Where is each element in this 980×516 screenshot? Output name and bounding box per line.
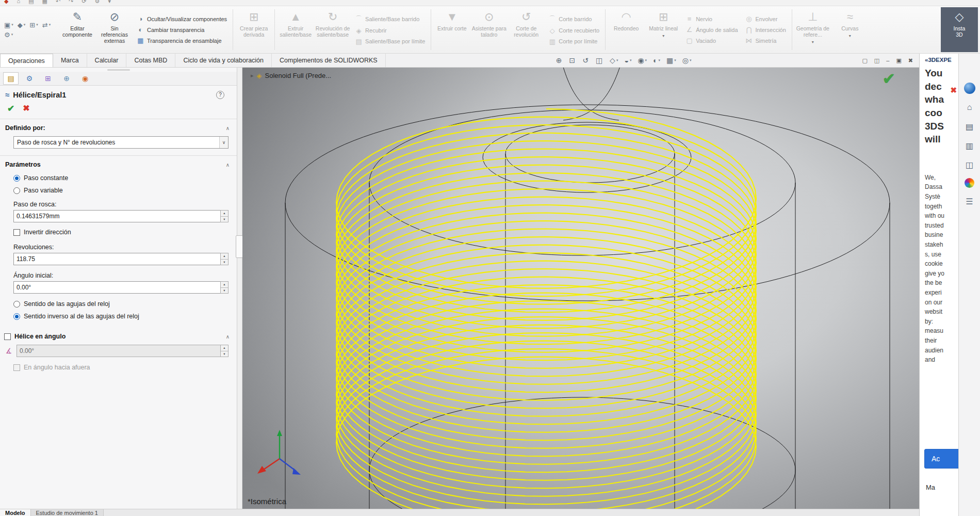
view-settings-icon[interactable]: ◎ ▾	[682, 56, 692, 64]
view-orientation-icon[interactable]: ◇ ▾	[610, 56, 618, 64]
print-icon[interactable]: ▦	[42, 0, 47, 5]
corte-de-revolucion-button[interactable]: ↺Corte de revolución	[508, 7, 545, 52]
tab-complementos-de-solidworks[interactable]: Complementos de SOLIDWORKS	[272, 54, 386, 67]
revolutions-spinner[interactable]: ▴▾	[220, 253, 228, 265]
manage-cookies-link[interactable]: Ma	[926, 483, 935, 491]
redo-icon[interactable]: ↷	[69, 0, 73, 5]
mate-icon[interactable]: ◆ ▾	[18, 21, 26, 29]
undo-icon[interactable]: ↶	[56, 0, 60, 5]
graphics-area[interactable]: ▸ ◈ Solenoid Full (Prede... ✔ *Isométric…	[242, 68, 919, 509]
start-angle-spinner[interactable]: ▴▾	[220, 281, 228, 294]
motion-study-tab[interactable]: Estudio de movimiento 1	[31, 509, 104, 516]
restore-document-icon[interactable]: ▣	[896, 57, 901, 64]
feature-tree-flyout[interactable]: ▸ ◈ Solenoid Full (Prede...	[251, 72, 331, 79]
model-tab[interactable]: Modelo	[0, 509, 31, 516]
cambiar-transparencia-button[interactable]: ◐Cambiar transparencia	[137, 26, 227, 34]
crear-pieza-derivada-button[interactable]: ⊞Crear pieza derivada	[235, 7, 272, 52]
accept-cookies-button[interactable]: Ac	[924, 449, 958, 469]
asistente-para-taladro-button[interactable]: ⊙Asistente para taladro	[470, 7, 508, 52]
tab-ciclo-de-vida-y-colaboracion[interactable]: Ciclo de vida y colaboración	[175, 54, 272, 67]
spin-up-icon[interactable]: ▴	[221, 253, 228, 260]
spin-down-icon[interactable]: ▾	[221, 351, 228, 357]
tab-operaciones[interactable]: Operaciones	[0, 54, 53, 67]
pane-previous-icon[interactable]: ▢	[862, 57, 867, 64]
tab-marca[interactable]: Marca	[53, 54, 87, 67]
vaciado-button[interactable]: ▢Vaciado	[685, 37, 738, 44]
angulo-de-salida-button[interactable]: ∠Ángulo de salida	[685, 26, 738, 34]
defined-by-header[interactable]: Definido por: ∧	[0, 119, 237, 135]
configurationmanager-tab-icon[interactable]: ⊞	[40, 72, 56, 85]
propertymanager-tab-icon[interactable]: ⚙	[22, 72, 37, 85]
parameters-header[interactable]: Parámetros ∧	[0, 156, 237, 172]
file-explorer-icon[interactable]: ▥	[964, 140, 975, 151]
nervio-button[interactable]: ≡Nervio	[685, 15, 738, 23]
corte-por-limite-button[interactable]: ▥Corte por límite	[548, 38, 599, 45]
start-angle-input[interactable]	[13, 281, 220, 294]
reverse-direction-checkbox[interactable]: Invertir dirección	[0, 225, 237, 239]
interseccion-button[interactable]: ⋂Intersección	[745, 26, 786, 34]
solidworks-resources-icon[interactable]: ⌂	[964, 102, 975, 113]
threedexperience-icon[interactable]	[964, 83, 975, 94]
spin-down-icon[interactable]: ▾	[221, 260, 228, 265]
apply-scene-icon[interactable]: ▦ ▾	[666, 56, 676, 64]
section-view-icon[interactable]: ◫	[596, 56, 603, 64]
zoom-to-fit-icon[interactable]: ⊕	[556, 56, 563, 64]
saliente-base-barrido-button[interactable]: ⌒Saliente/Base barrido	[355, 14, 425, 24]
ocultar-visualizar-componentes-button[interactable]: ◑Ocultar/Visualizar componentes	[137, 15, 227, 23]
tab-calcular[interactable]: Calcular	[87, 54, 127, 67]
settings-icon[interactable]: ⚙	[95, 0, 100, 5]
appearances-icon[interactable]	[965, 178, 974, 188]
hide-show-items-icon[interactable]: ◉ ▾	[638, 56, 647, 64]
app-logo-icon[interactable]: ◆	[4, 0, 8, 5]
ok-button[interactable]: ✔	[7, 103, 14, 114]
featuremanager-tab-icon[interactable]: ▤	[3, 72, 19, 85]
tab-cotas-mbd[interactable]: Cotas MBD	[126, 54, 175, 67]
pane-split-icon[interactable]: ◫	[874, 57, 879, 64]
spin-up-icon[interactable]: ▴	[221, 282, 228, 288]
confirm-corner-ok-icon[interactable]: ✔	[883, 70, 895, 88]
view-palette-icon[interactable]: ◫	[964, 159, 975, 170]
instant3d-button[interactable]: ◇Insta 3D	[941, 7, 978, 52]
design-library-icon[interactable]: ▤	[964, 121, 975, 132]
custom-properties-icon[interactable]: ☰	[964, 196, 975, 207]
defined-by-select[interactable]: Paso de rosca y N° de revoluciones ∨	[13, 136, 228, 149]
counterclockwise-radio[interactable]: Sentido inverso al de las agujas del rel…	[0, 310, 237, 322]
redondeo-button[interactable]: ◠Redondeo	[608, 7, 645, 52]
caret-icon[interactable]: ▾	[108, 0, 111, 5]
envolver-button[interactable]: ◎Envolver	[745, 15, 786, 23]
rebuild-icon[interactable]: ⟳	[81, 0, 86, 5]
constant-pitch-radio[interactable]: Paso constante	[0, 172, 237, 184]
move-component-icon[interactable]: ⇄ ▾	[42, 21, 51, 29]
pitch-input[interactable]	[13, 210, 220, 222]
spin-up-icon[interactable]: ▴	[221, 211, 228, 217]
simetria-button[interactable]: ⋈Simetría	[745, 37, 786, 44]
cancel-button[interactable]: ✖	[23, 103, 29, 114]
extruir-saliente-base-button[interactable]: ▲Extruir saliente/base	[277, 7, 314, 52]
assembly-settings-icon[interactable]: ⚙ ▾	[4, 31, 13, 39]
panel-splitter[interactable]	[237, 68, 242, 509]
spin-down-icon[interactable]: ▾	[221, 288, 228, 294]
display-style-icon[interactable]: ◒ ▾	[624, 56, 631, 64]
panel-grip[interactable]	[107, 69, 130, 71]
extruir-corte-button[interactable]: ▼Extruir corte	[433, 7, 470, 52]
home-icon[interactable]: ⌂	[17, 0, 20, 4]
displaymanager-tab-icon[interactable]: ◉	[77, 72, 93, 85]
panel-splitter-handle[interactable]	[236, 235, 243, 258]
saliente-base-por-limite-button[interactable]: ▤Saliente/Base por límite	[355, 38, 425, 45]
taper-angle-spinner[interactable]: ▴▾	[220, 345, 228, 357]
spin-up-icon[interactable]: ▴	[221, 345, 228, 351]
expand-arrow-icon[interactable]: ▸	[251, 72, 254, 79]
taper-helix-checkbox[interactable]	[4, 333, 11, 340]
dimxpertmanager-tab-icon[interactable]: ⊕	[59, 72, 74, 85]
previous-view-icon[interactable]: ↺	[582, 56, 590, 64]
corte-recubierto-button[interactable]: ◇Corte recubierto	[548, 27, 599, 35]
spin-down-icon[interactable]: ▾	[221, 217, 228, 222]
recubrir-button[interactable]: ◈Recubrir	[355, 27, 425, 35]
editar-componente-button[interactable]: ✎Editar componente	[59, 7, 96, 52]
edit-appearance-icon[interactable]: ◐ ▾	[653, 56, 660, 64]
matriz-lineal-button[interactable]: ⊞Matriz lineal▾	[645, 7, 682, 52]
taper-outward-checkbox[interactable]: En ángulo hacia afuera	[0, 360, 237, 375]
component-pattern-icon[interactable]: ⊞ ▾	[29, 21, 38, 29]
transparencia-de-ensamblaje-button[interactable]: ▦Transparencia de ensamblaje	[137, 37, 227, 44]
taper-helix-header[interactable]: Hélice en ángulo ∧	[0, 327, 237, 344]
